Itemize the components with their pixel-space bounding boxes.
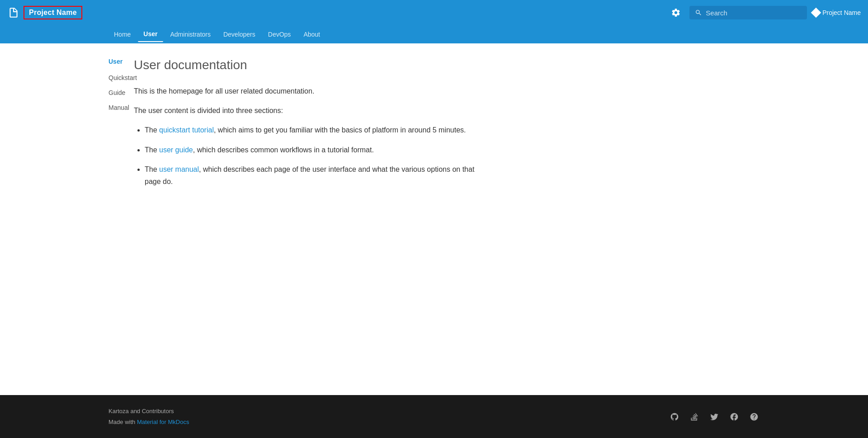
twitter-icon[interactable]	[709, 411, 720, 422]
nav-item-home[interactable]: Home	[108, 27, 136, 42]
bullet-prefix-2: The	[145, 146, 159, 154]
header: Project Name Project Name Home User	[0, 0, 868, 43]
stackoverflow-icon[interactable]	[689, 411, 700, 422]
header-actions: Project Name	[668, 5, 861, 21]
list-item-manual: The user manual, which describes each pa…	[145, 163, 486, 188]
footer-mkdocs-link[interactable]: Material for MkDocs	[137, 419, 189, 425]
bullet-suffix-1: , which aims to get you familiar with th…	[214, 126, 466, 134]
list-item-quickstart: The quickstart tutorial, which aims to g…	[145, 124, 486, 136]
intro-paragraph: This is the homepage for all user relate…	[134, 85, 486, 97]
facebook-icon[interactable]	[729, 411, 740, 422]
main-nav: Home User Administrators Developers DevO…	[0, 25, 868, 43]
nav-item-about[interactable]: About	[298, 27, 326, 42]
search-icon	[695, 9, 702, 17]
project-name-button[interactable]: Project Name	[24, 6, 82, 19]
header-project-label: Project Name	[822, 9, 861, 16]
list-item-guide: The user guide, which describes common w…	[145, 144, 486, 156]
footer-made-with: Made with	[108, 419, 137, 425]
user-manual-link[interactable]: user manual	[159, 165, 199, 173]
search-input[interactable]	[706, 9, 802, 17]
help-icon[interactable]	[749, 411, 760, 422]
nav-item-developers[interactable]: Developers	[218, 27, 261, 42]
sections-list: The quickstart tutorial, which aims to g…	[134, 124, 486, 188]
footer: Kartoza and Contributors Made with Mater…	[0, 395, 868, 438]
gear-button[interactable]	[668, 5, 684, 21]
nav-item-devops[interactable]: DevOps	[263, 27, 297, 42]
diamond-icon	[811, 8, 821, 18]
footer-line1: Kartoza and Contributors	[108, 406, 189, 416]
content-area: User documentation This is the homepage …	[116, 58, 523, 381]
github-icon[interactable]	[669, 411, 680, 422]
page-title: User documentation	[134, 58, 486, 72]
header-logo-area: Project Name	[7, 6, 668, 19]
bullet-prefix-1: The	[145, 126, 159, 134]
footer-line2: Made with Material for MkDocs	[108, 417, 189, 427]
main-content: User Quickstart Guide Manual User docume…	[0, 43, 868, 395]
search-box[interactable]	[689, 6, 807, 19]
bullet-prefix-3: The	[145, 165, 159, 173]
quickstart-tutorial-link[interactable]: quickstart tutorial	[159, 126, 214, 134]
gear-icon	[671, 8, 681, 18]
bullet-suffix-2: , which describes common workflows in a …	[193, 146, 374, 154]
user-guide-link[interactable]: user guide	[159, 146, 193, 154]
sidebar: User Quickstart Guide Manual	[0, 58, 116, 381]
nav-item-administrators[interactable]: Administrators	[165, 27, 216, 42]
header-top: Project Name Project Name	[0, 0, 868, 25]
nav-item-user[interactable]: User	[138, 27, 163, 42]
logo-icon	[7, 6, 20, 19]
sections-intro: The user content is divided into three s…	[134, 104, 486, 117]
footer-left: Kartoza and Contributors Made with Mater…	[108, 406, 189, 427]
footer-icons	[669, 411, 760, 422]
header-project-link[interactable]: Project Name	[812, 9, 861, 16]
